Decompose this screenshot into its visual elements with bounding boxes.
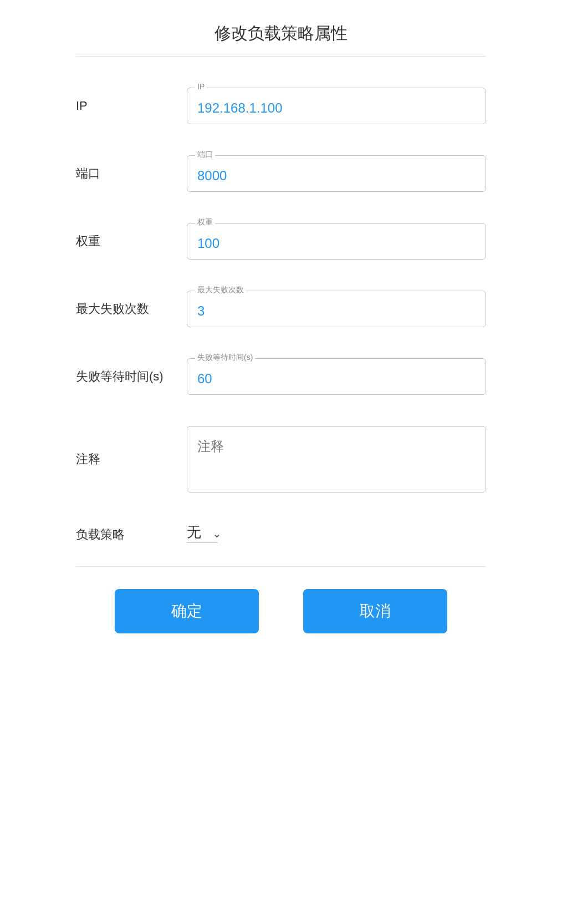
comment-textarea[interactable] [197,438,476,481]
ip-control: IP [187,88,486,124]
failure-wait-label: 失败等待时间(s) [76,368,187,385]
failure-wait-field-label: 失败等待时间(s) [195,353,255,363]
port-control: 端口 [187,155,486,192]
dialog-title: 修改负载策略属性 [76,22,486,57]
port-row: 端口 端口 [76,140,486,207]
failure-wait-control: 失败等待时间(s) [187,358,486,395]
form-rows: IP IP 端口 端口 权重 权重 [76,72,486,549]
max-failures-row: 最大失败次数 最大失败次数 [76,275,486,343]
failure-wait-input[interactable] [197,369,476,387]
load-policy-label: 负载策略 [76,526,187,543]
ip-row: IP IP [76,72,486,140]
max-failures-control: 最大失败次数 [187,291,486,327]
weight-row: 权重 权重 [76,207,486,275]
weight-input[interactable] [197,233,476,251]
port-field-label: 端口 [195,150,215,160]
weight-field-box: 权重 [187,223,486,260]
max-failures-field-label: 最大失败次数 [195,285,246,295]
load-policy-row: 负载策略 无 ⌄ [76,508,486,549]
comment-label: 注释 [76,451,187,468]
weight-control: 权重 [187,223,486,260]
divider [76,566,486,567]
load-policy-select[interactable]: 无 [187,524,218,543]
max-failures-field-box: 最大失败次数 [187,291,486,327]
max-failures-input[interactable] [197,301,476,319]
weight-label: 权重 [76,233,187,250]
load-policy-control: 无 ⌄ [187,524,486,543]
ip-input[interactable] [197,98,476,116]
cancel-button[interactable]: 取消 [303,589,447,633]
comment-control [187,426,486,493]
failure-wait-row: 失败等待时间(s) 失败等待时间(s) [76,343,486,410]
comment-row: 注释 [76,410,486,508]
max-failures-label: 最大失败次数 [76,301,187,317]
dialog: 修改负载策略属性 IP IP 端口 端口 权重 [43,0,519,661]
failure-wait-field-box: 失败等待时间(s) [187,358,486,395]
port-label: 端口 [76,165,187,182]
ip-label: IP [76,99,187,113]
weight-field-label: 权重 [195,217,215,227]
ip-field-box: IP [187,88,486,124]
port-field-box: 端口 [187,155,486,192]
comment-textarea-box [187,426,486,493]
port-input[interactable] [197,166,476,184]
load-policy-select-wrap: 无 ⌄ [187,524,486,543]
confirm-button[interactable]: 确定 [115,589,259,633]
ip-field-label: IP [195,82,207,91]
button-row: 确定 取消 [76,589,486,633]
